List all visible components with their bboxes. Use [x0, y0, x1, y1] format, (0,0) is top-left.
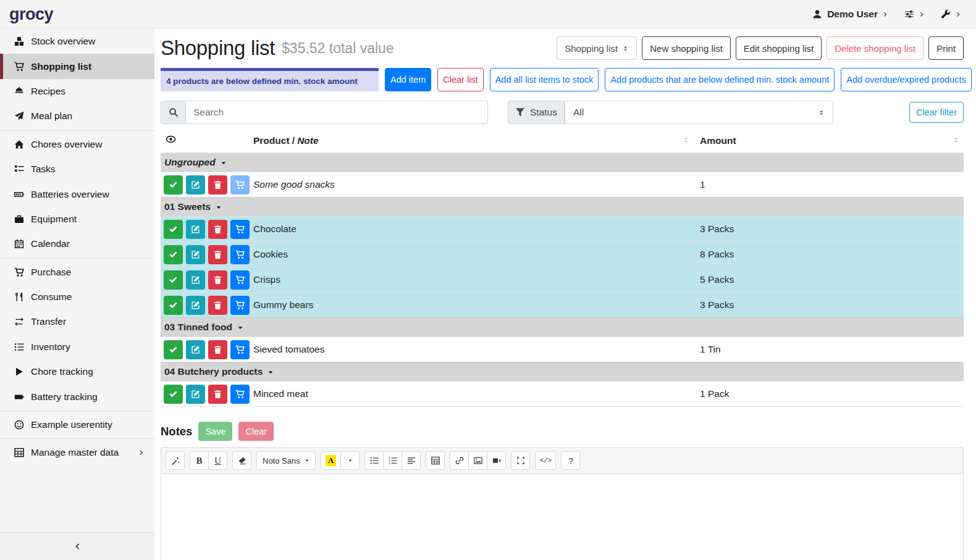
add-below-min-stock-button[interactable]: Add products that are below defined min.… [605, 68, 835, 91]
clear-filter-button[interactable]: Clear filter [909, 102, 964, 123]
edit-item-button[interactable] [186, 296, 205, 315]
sidebar-item-recipes[interactable]: Recipes [0, 79, 154, 104]
sidebar-item-stock-overview[interactable]: Stock overview [0, 29, 154, 54]
amount-column-header[interactable]: Amount [694, 132, 964, 153]
help-button[interactable]: ? [561, 451, 580, 470]
clear-notes-button[interactable]: Clear [238, 422, 274, 441]
add-to-stock-button[interactable] [230, 270, 250, 290]
sidebar-item-shopping-list[interactable]: Shopping list [0, 54, 154, 78]
ordered-list-button[interactable]: 123 [383, 451, 402, 470]
sidebar-item-chore-tracking[interactable]: Chore tracking [0, 359, 154, 384]
font-color-dropdown[interactable] [340, 451, 360, 470]
check-icon [169, 180, 178, 190]
sidebar-item-label: Transfer [31, 316, 66, 327]
mark-item-done-button[interactable] [164, 340, 183, 359]
font-family-dropdown[interactable]: Noto Sans [256, 451, 316, 470]
add-to-stock-button[interactable] [230, 245, 250, 264]
magic-style-button[interactable] [166, 451, 185, 470]
min-stock-info[interactable]: 4 products are below defined min. stock … [161, 68, 379, 91]
grocy-logo[interactable]: grocy [0, 5, 154, 24]
add-item-button[interactable]: Add item [385, 68, 431, 91]
user-menu[interactable]: Demo User [812, 9, 888, 20]
mark-item-done-button[interactable] [164, 270, 183, 290]
add-to-stock-button[interactable] [230, 296, 250, 315]
mark-item-done-button[interactable] [164, 220, 183, 239]
delete-item-button[interactable] [208, 296, 227, 315]
clear-list-button[interactable]: Clear list [437, 68, 483, 91]
sidebar-item-transfer[interactable]: Transfer [0, 309, 154, 334]
sidebar-item-manage-master-data[interactable]: Manage master data [0, 440, 154, 465]
sidebar-item-inventory[interactable]: Inventory [0, 335, 154, 359]
underline-button[interactable]: U [208, 451, 227, 470]
delete-item-button[interactable] [208, 175, 227, 194]
eye-icon[interactable] [166, 134, 176, 144]
edit-item-button[interactable] [186, 385, 205, 404]
add-all-to-stock-button[interactable]: Add all list items to stock [490, 68, 599, 91]
sidebar-item-meal-plan[interactable]: Meal plan [0, 104, 154, 128]
insert-picture-button[interactable] [468, 451, 487, 470]
fullscreen-button[interactable] [511, 451, 530, 470]
new-shopping-list-button[interactable]: New shopping list [642, 36, 731, 60]
sidebar-item-example-userentity[interactable]: Example userentity [0, 412, 154, 437]
edit-icon [191, 275, 200, 285]
edit-item-button[interactable] [186, 245, 205, 264]
delete-item-button[interactable] [208, 270, 227, 290]
edit-item-button[interactable] [186, 270, 205, 290]
sidebar-item-chores-overview[interactable]: Chores overview [0, 132, 154, 157]
cart-icon [235, 301, 245, 310]
sidebar-item-equipment[interactable]: Equipment [0, 207, 154, 232]
delete-item-button[interactable] [208, 385, 227, 404]
add-to-stock-button[interactable] [230, 175, 250, 194]
add-to-stock-button[interactable] [230, 340, 250, 359]
delete-shopping-list-button[interactable]: Delete shopping list [827, 36, 923, 60]
insert-link-button[interactable] [450, 451, 469, 470]
mark-item-done-button[interactable] [164, 175, 183, 194]
settings-menu[interactable] [904, 9, 925, 19]
edit-item-button[interactable] [186, 340, 205, 359]
save-notes-button[interactable]: Save [198, 422, 232, 441]
admin-menu[interactable] [941, 9, 961, 19]
product-group-header[interactable]: 03 Tinned food [161, 318, 964, 337]
mark-item-done-button[interactable] [164, 245, 183, 264]
edit-item-button[interactable] [186, 220, 205, 239]
sidebar-item-tasks[interactable]: Tasks [0, 157, 154, 182]
sidebar-item-batteries-overview[interactable]: Batteries overview [0, 182, 154, 206]
check-icon [169, 301, 178, 310]
clear-formatting-button[interactable] [232, 451, 251, 470]
product-group-header[interactable]: 04 Butchery products [161, 362, 964, 382]
product-column-header[interactable]: Product /Note [253, 132, 694, 153]
shopping-list-select[interactable]: Shopping list [557, 36, 637, 60]
add-to-stock-button[interactable] [230, 385, 250, 404]
font-color-button[interactable]: A [321, 451, 341, 470]
shopping-list-row: Gummy bears3 Packs [161, 293, 964, 318]
bold-button[interactable]: B [190, 451, 209, 470]
product-group-header[interactable]: Ungrouped [161, 153, 964, 172]
sidebar-collapse-button[interactable] [0, 532, 154, 560]
delete-item-button[interactable] [208, 340, 227, 359]
delete-item-button[interactable] [208, 220, 227, 239]
product-group-header[interactable]: 01 Sweets [161, 198, 964, 217]
add-to-stock-button[interactable] [230, 220, 250, 239]
search-input[interactable] [186, 101, 488, 124]
sidebar-item-battery-tracking[interactable]: Battery tracking [0, 384, 154, 409]
insert-table-button[interactable] [426, 451, 445, 470]
mark-item-done-button[interactable] [164, 296, 183, 315]
codeview-button[interactable]: </> [535, 451, 556, 470]
paragraph-align-button[interactable] [402, 451, 421, 470]
sidebar-item-purchase[interactable]: Purchase [0, 260, 154, 285]
action-row: 4 products are below defined min. stock … [161, 68, 964, 91]
insert-video-button[interactable] [487, 451, 506, 470]
delete-item-button[interactable] [208, 245, 227, 264]
unordered-list-button[interactable] [364, 451, 384, 470]
chevron-left-icon [74, 543, 81, 550]
sidebar-item-calendar[interactable]: Calendar [0, 232, 154, 256]
notes-editor-content[interactable] [161, 474, 963, 560]
edit-item-button[interactable] [186, 175, 205, 194]
status-filter-select[interactable]: All [565, 101, 833, 124]
sidebar-item-label: Batteries overview [31, 189, 109, 200]
mark-item-done-button[interactable] [164, 385, 183, 404]
sidebar-item-consume[interactable]: Consume [0, 285, 154, 309]
edit-shopping-list-button[interactable]: Edit shopping list [736, 36, 822, 60]
print-button[interactable]: Print [928, 36, 964, 60]
add-overdue-button[interactable]: Add overdue/expired products [841, 68, 971, 91]
